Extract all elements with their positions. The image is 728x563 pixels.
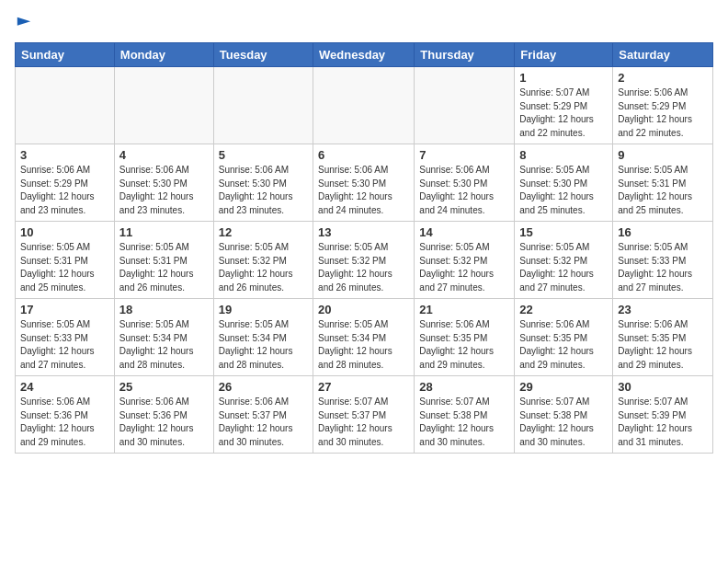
day-info: Sunrise: 5:06 AM Sunset: 5:36 PM Dayligh… [119,396,209,449]
calendar-header-sunday: Sunday [16,43,115,67]
day-info: Sunrise: 5:07 AM Sunset: 5:38 PM Dayligh… [419,396,509,449]
svg-marker-0 [17,17,30,26]
day-info: Sunrise: 5:05 AM Sunset: 5:32 PM Dayligh… [219,241,308,294]
calendar-day-cell [415,67,515,144]
day-number: 29 [519,380,608,394]
calendar-day-cell: 12Sunrise: 5:05 AM Sunset: 5:32 PM Dayli… [213,222,313,299]
calendar-day-cell: 7Sunrise: 5:06 AM Sunset: 5:30 PM Daylig… [415,144,515,222]
day-info: Sunrise: 5:07 AM Sunset: 5:37 PM Dayligh… [318,396,409,449]
calendar-day-cell: 20Sunrise: 5:05 AM Sunset: 5:34 PM Dayli… [313,299,415,376]
day-number: 23 [618,303,708,316]
day-info: Sunrise: 5:06 AM Sunset: 5:35 PM Dayligh… [618,318,708,372]
calendar-day-cell: 27Sunrise: 5:07 AM Sunset: 5:37 PM Dayli… [313,376,415,454]
calendar-day-cell: 14Sunrise: 5:05 AM Sunset: 5:32 PM Dayli… [415,222,515,299]
day-number: 9 [618,148,708,162]
day-number: 15 [519,225,608,239]
calendar-day-cell [16,67,115,144]
calendar-day-cell: 13Sunrise: 5:05 AM Sunset: 5:32 PM Dayli… [313,222,415,299]
day-number: 3 [20,148,109,162]
day-number: 2 [618,71,708,85]
day-number: 17 [20,303,109,316]
calendar-week-row: 10Sunrise: 5:05 AM Sunset: 5:31 PM Dayli… [16,222,713,299]
calendar-header-monday: Monday [114,43,213,67]
day-number: 8 [519,148,608,162]
day-info: Sunrise: 5:05 AM Sunset: 5:31 PM Dayligh… [119,241,209,294]
day-number: 13 [318,225,409,239]
day-number: 25 [119,380,209,394]
day-number: 28 [419,380,509,394]
day-number: 1 [519,71,608,85]
calendar-header-wednesday: Wednesday [313,43,415,67]
calendar-day-cell: 11Sunrise: 5:05 AM Sunset: 5:31 PM Dayli… [114,222,213,299]
calendar-week-row: 24Sunrise: 5:06 AM Sunset: 5:36 PM Dayli… [16,376,713,454]
day-info: Sunrise: 5:06 AM Sunset: 5:30 PM Dayligh… [318,164,409,217]
calendar-week-row: 17Sunrise: 5:05 AM Sunset: 5:33 PM Dayli… [16,299,713,376]
calendar-day-cell: 28Sunrise: 5:07 AM Sunset: 5:38 PM Dayli… [415,376,515,454]
calendar-header-friday: Friday [515,43,613,67]
day-number: 16 [618,225,708,239]
calendar-day-cell: 8Sunrise: 5:05 AM Sunset: 5:30 PM Daylig… [515,144,613,222]
day-number: 24 [20,380,109,394]
calendar-day-cell: 25Sunrise: 5:06 AM Sunset: 5:36 PM Dayli… [114,376,213,454]
day-number: 5 [219,148,308,162]
day-number: 10 [20,225,109,239]
calendar-day-cell: 17Sunrise: 5:05 AM Sunset: 5:33 PM Dayli… [16,299,115,376]
day-info: Sunrise: 5:05 AM Sunset: 5:32 PM Dayligh… [419,241,509,294]
calendar-header-saturday: Saturday [613,43,713,67]
day-number: 4 [119,148,209,162]
calendar-day-cell: 15Sunrise: 5:05 AM Sunset: 5:32 PM Dayli… [515,222,613,299]
day-number: 7 [419,148,509,162]
calendar-day-cell: 29Sunrise: 5:07 AM Sunset: 5:38 PM Dayli… [515,376,613,454]
day-info: Sunrise: 5:06 AM Sunset: 5:37 PM Dayligh… [219,396,308,449]
day-info: Sunrise: 5:05 AM Sunset: 5:34 PM Dayligh… [119,318,209,372]
calendar-day-cell: 10Sunrise: 5:05 AM Sunset: 5:31 PM Dayli… [16,222,115,299]
day-info: Sunrise: 5:05 AM Sunset: 5:34 PM Dayligh… [219,318,308,372]
calendar-week-row: 3Sunrise: 5:06 AM Sunset: 5:29 PM Daylig… [16,144,713,222]
calendar-day-cell [313,67,415,144]
calendar-day-cell: 9Sunrise: 5:05 AM Sunset: 5:31 PM Daylig… [613,144,713,222]
calendar-day-cell: 26Sunrise: 5:06 AM Sunset: 5:37 PM Dayli… [213,376,313,454]
calendar-day-cell: 1Sunrise: 5:07 AM Sunset: 5:29 PM Daylig… [515,67,613,144]
day-info: Sunrise: 5:05 AM Sunset: 5:34 PM Dayligh… [318,318,409,372]
calendar-day-cell: 22Sunrise: 5:06 AM Sunset: 5:35 PM Dayli… [515,299,613,376]
day-info: Sunrise: 5:05 AM Sunset: 5:31 PM Dayligh… [20,241,109,294]
day-number: 18 [119,303,209,316]
day-info: Sunrise: 5:05 AM Sunset: 5:31 PM Dayligh… [618,164,708,217]
calendar-day-cell: 23Sunrise: 5:06 AM Sunset: 5:35 PM Dayli… [613,299,713,376]
day-number: 30 [618,380,708,394]
day-info: Sunrise: 5:05 AM Sunset: 5:30 PM Dayligh… [519,164,608,217]
day-info: Sunrise: 5:07 AM Sunset: 5:39 PM Dayligh… [618,396,708,449]
day-info: Sunrise: 5:06 AM Sunset: 5:29 PM Dayligh… [20,164,109,217]
day-number: 11 [119,225,209,239]
day-number: 26 [219,380,308,394]
calendar-day-cell: 21Sunrise: 5:06 AM Sunset: 5:35 PM Dayli… [415,299,515,376]
day-info: Sunrise: 5:07 AM Sunset: 5:38 PM Dayligh… [519,396,608,449]
day-info: Sunrise: 5:05 AM Sunset: 5:33 PM Dayligh… [20,318,109,372]
day-number: 14 [419,225,509,239]
day-number: 22 [519,303,608,316]
day-info: Sunrise: 5:06 AM Sunset: 5:36 PM Dayligh… [20,396,109,449]
day-number: 12 [219,225,308,239]
calendar-day-cell: 30Sunrise: 5:07 AM Sunset: 5:39 PM Dayli… [613,376,713,454]
day-info: Sunrise: 5:06 AM Sunset: 5:29 PM Dayligh… [618,86,708,140]
day-number: 27 [318,380,409,394]
calendar-header-tuesday: Tuesday [213,43,313,67]
page-header [15,15,713,31]
day-number: 20 [318,303,409,316]
day-number: 19 [219,303,308,316]
calendar-day-cell: 5Sunrise: 5:06 AM Sunset: 5:30 PM Daylig… [213,144,313,222]
day-info: Sunrise: 5:06 AM Sunset: 5:30 PM Dayligh… [419,164,509,217]
calendar-day-cell: 4Sunrise: 5:06 AM Sunset: 5:30 PM Daylig… [114,144,213,222]
logo [15,15,32,31]
day-info: Sunrise: 5:07 AM Sunset: 5:29 PM Dayligh… [519,86,608,140]
day-info: Sunrise: 5:06 AM Sunset: 5:30 PM Dayligh… [219,164,308,217]
calendar-day-cell: 2Sunrise: 5:06 AM Sunset: 5:29 PM Daylig… [613,67,713,144]
calendar-day-cell: 24Sunrise: 5:06 AM Sunset: 5:36 PM Dayli… [16,376,115,454]
day-number: 21 [419,303,509,316]
calendar-week-row: 1Sunrise: 5:07 AM Sunset: 5:29 PM Daylig… [16,67,713,144]
day-info: Sunrise: 5:05 AM Sunset: 5:32 PM Dayligh… [318,241,409,294]
calendar-header-thursday: Thursday [415,43,515,67]
calendar-day-cell [213,67,313,144]
day-info: Sunrise: 5:05 AM Sunset: 5:33 PM Dayligh… [618,241,708,294]
calendar-day-cell [114,67,213,144]
